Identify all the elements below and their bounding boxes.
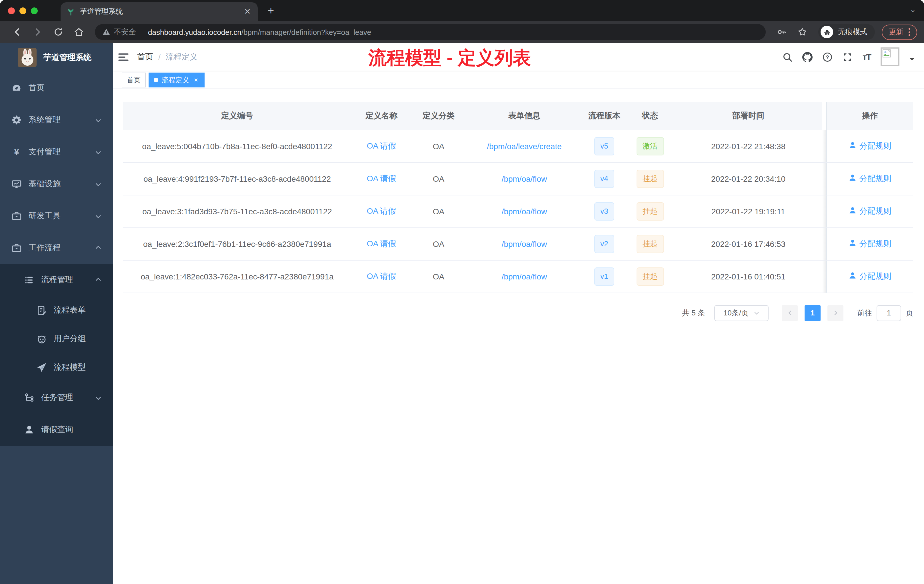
definition-name-link[interactable]: OA 请假: [367, 206, 396, 215]
page-size-select[interactable]: 10条/页: [714, 305, 769, 321]
cell-version: v2: [583, 228, 626, 260]
sidebar-item-label: 任务管理: [41, 393, 73, 403]
forward-icon[interactable]: [33, 27, 43, 37]
help-icon[interactable]: ?: [823, 52, 833, 62]
assign-rule-link[interactable]: 分配规则: [848, 173, 891, 184]
sidebar-item-label: 基础设施: [28, 179, 61, 189]
browser-menu-icon[interactable]: [909, 28, 910, 36]
tag-home[interactable]: 首页: [122, 73, 146, 87]
next-page-button[interactable]: [827, 305, 843, 321]
font-size-icon[interactable]: ᴛT: [863, 52, 871, 62]
update-button[interactable]: 更新: [882, 24, 917, 40]
send-icon: [36, 362, 47, 373]
key-icon[interactable]: [777, 27, 787, 37]
incognito-label: 无痕模式: [838, 27, 868, 37]
incognito-icon: [820, 26, 833, 38]
close-window-button[interactable]: [8, 7, 15, 14]
reload-icon[interactable]: [53, 27, 63, 37]
assign-rule-link[interactable]: 分配规则: [848, 271, 891, 281]
tag-process-definition[interactable]: 流程定义 ×: [148, 73, 205, 87]
tag-close-icon[interactable]: ×: [193, 76, 200, 84]
sidebar-item-process-model[interactable]: 流程模型: [0, 353, 113, 382]
sidebar-item-user-group[interactable]: 用户分组: [0, 325, 113, 353]
status-badge: 挂起: [636, 202, 664, 220]
user-icon: [24, 425, 34, 435]
home-icon[interactable]: [74, 27, 84, 37]
cell-status: 挂起: [626, 260, 674, 292]
column-header: 部署时间: [674, 102, 822, 130]
form-link[interactable]: /bpm/oa/flow: [502, 174, 547, 183]
version-badge: v3: [594, 202, 614, 220]
page-unit-label: 页: [906, 308, 913, 318]
column-header: 状态: [626, 102, 674, 130]
cell-version: v5: [583, 130, 626, 162]
sidebar-item-payment[interactable]: ¥支付管理: [0, 136, 113, 168]
browser-tab[interactable]: 芋道管理系统 ✕: [61, 2, 258, 21]
sidebar-item-infra[interactable]: 基础设施: [0, 168, 113, 200]
page-number-1[interactable]: 1: [805, 305, 820, 321]
goto-page-input[interactable]: [876, 305, 901, 321]
browser-tabstrip: 芋道管理系统 ✕ + ⌄: [0, 0, 924, 21]
sidebar-logo[interactable]: 芋道管理系统: [0, 43, 113, 72]
goto-label: 前往: [857, 308, 872, 318]
github-icon[interactable]: [803, 52, 813, 62]
bookmark-star-icon[interactable]: [797, 27, 807, 37]
chevron-down-icon: [95, 213, 102, 219]
maximize-window-button[interactable]: [31, 7, 38, 14]
cell-status: 激活: [626, 130, 674, 162]
hamburger-icon[interactable]: [118, 51, 129, 63]
table-row: oa_leave:1:482ec033-762a-11ec-8477-a2380…: [123, 260, 913, 292]
assign-rule-link[interactable]: 分配规则: [848, 239, 891, 249]
url-host: dashboard.yudao.iocoder.cn: [148, 28, 241, 36]
definition-name-link[interactable]: OA 请假: [367, 239, 396, 248]
cell-definition-id: oa_leave:5:004b710b-7b8a-11ec-8ef0-acde4…: [123, 130, 351, 162]
breadcrumb-home[interactable]: 首页: [137, 52, 153, 62]
security-label[interactable]: 不安全: [114, 27, 136, 37]
svg-text:?: ?: [826, 54, 830, 60]
column-header: 表单信息: [466, 102, 583, 130]
tab-close-icon[interactable]: ✕: [243, 7, 252, 16]
sidebar-item-leave-query[interactable]: 请假查询: [0, 414, 113, 446]
avatar[interactable]: [881, 48, 899, 66]
prev-page-button[interactable]: [782, 305, 798, 321]
table-row: oa_leave:5:004b710b-7b8a-11ec-8ef0-acde4…: [123, 130, 913, 162]
cell-actions: 分配规则: [826, 260, 913, 292]
assign-rule-link[interactable]: 分配规则: [848, 141, 891, 151]
chevron-down-icon[interactable]: [909, 58, 915, 63]
sidebar: 芋道管理系统 首页系统管理¥支付管理基础设施研发工具工作流程流程管理流程表单用户…: [0, 43, 113, 584]
sidebar-item-label: 流程表单: [54, 305, 86, 315]
sidebar-item-process-form[interactable]: 流程表单: [0, 296, 113, 325]
fixed-column-gutter: [822, 195, 826, 228]
user-icon: [848, 239, 856, 249]
column-header: 操作: [826, 102, 913, 130]
chevron-left-icon: [787, 310, 793, 316]
tab-search-icon[interactable]: ⌄: [910, 5, 916, 14]
fullscreen-icon[interactable]: [843, 52, 853, 62]
back-icon[interactable]: [12, 27, 22, 37]
sidebar-item-system[interactable]: 系统管理: [0, 104, 113, 136]
form-link[interactable]: /bpm/oa/flow: [502, 206, 547, 216]
search-icon[interactable]: [782, 52, 793, 62]
sidebar-item-workflow[interactable]: 工作流程: [0, 232, 113, 264]
sidebar-item-task-manage[interactable]: 任务管理: [0, 382, 113, 414]
sidebar-item-label: 系统管理: [28, 115, 61, 125]
sidebar-item-home[interactable]: 首页: [0, 72, 113, 104]
chevron-down-icon: [95, 117, 102, 124]
definition-name-link[interactable]: OA 请假: [367, 173, 396, 183]
table-header-row: 定义编号定义名称定义分类表单信息流程版本状态部署时间操作: [123, 102, 913, 130]
sidebar-item-process-manage[interactable]: 流程管理: [0, 264, 113, 296]
assign-rule-link[interactable]: 分配规则: [848, 206, 891, 216]
sidebar-item-devtools[interactable]: 研发工具: [0, 200, 113, 232]
window-controls[interactable]: [8, 7, 38, 14]
new-tab-button[interactable]: +: [264, 5, 277, 17]
definition-name-link[interactable]: OA 请假: [367, 271, 396, 280]
form-link[interactable]: /bpm/oa/flow: [502, 272, 547, 281]
form-link[interactable]: /bpm/oa/flow: [502, 239, 547, 248]
cell-definition-id: oa_leave:4:991f2193-7b7f-11ec-a3c8-acde4…: [123, 162, 351, 195]
cell-definition-name: OA 请假: [351, 162, 411, 195]
cell-definition-id: oa_leave:3:1fad3d93-7b75-11ec-a3c8-acde4…: [123, 195, 351, 228]
definition-name-link[interactable]: OA 请假: [367, 141, 396, 150]
url-bar[interactable]: 不安全 dashboard.yudao.iocoder.cn /bpm/mana…: [95, 24, 766, 40]
form-link[interactable]: /bpm/oa/leave/create: [487, 142, 562, 150]
minimize-window-button[interactable]: [20, 7, 26, 14]
